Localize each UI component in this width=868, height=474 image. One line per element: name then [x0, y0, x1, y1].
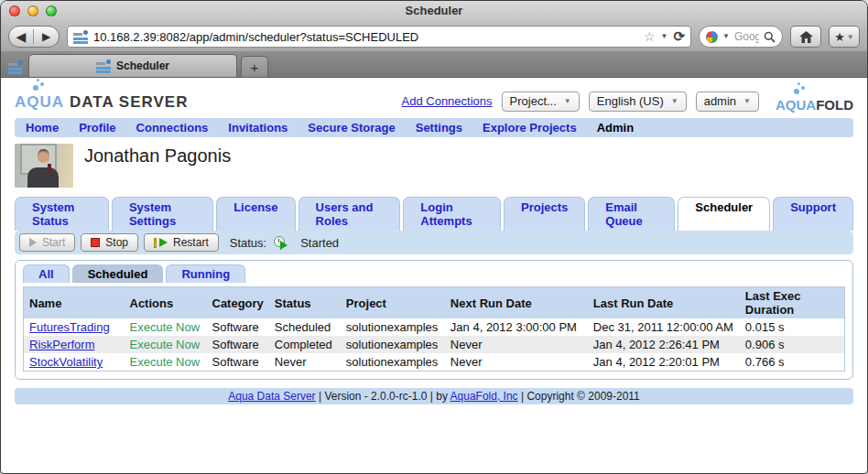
user-row: Jonathan Pagonis — [15, 144, 853, 189]
col-last-exec-duration: Last Exec Duration — [740, 287, 845, 319]
site-footer: Aqua Data Server | Version - 2.0.0-rc-1.… — [15, 388, 853, 404]
job-name-link[interactable]: FuturesTrading — [29, 320, 110, 334]
aquafold-rest-text: FOLD — [816, 97, 853, 113]
view-tab-scheduled[interactable]: Scheduled — [72, 264, 164, 283]
site-favicon-icon — [73, 30, 88, 44]
job-last-run: Dec 31, 2011 12:00:00 AM — [588, 318, 740, 336]
browser-chrome: Scheduler ◀ ▶ ☆ ▼ ⟳ ▼ Goog — [1, 1, 867, 52]
language-select[interactable]: English (US) ▼ — [589, 92, 687, 112]
job-last-run: Jan 4, 2012 2:20:01 PM — [588, 353, 740, 372]
execute-now-link[interactable]: Execute Now — [130, 338, 201, 351]
footer-ads-link[interactable]: Aqua Data Server — [228, 390, 315, 403]
footer-copyright-text: | Copyright © 2009-2011 — [518, 390, 640, 403]
job-category: Software — [207, 336, 269, 353]
job-name-link[interactable]: RiskPerform — [29, 338, 95, 351]
project-select[interactable]: Project... ▼ — [502, 92, 580, 112]
tab-strip-icon[interactable] — [8, 60, 23, 74]
bookmark-star-icon[interactable]: ☆ — [644, 30, 656, 43]
nav-connections[interactable]: Connections — [136, 121, 209, 135]
browser-toolbar: ◀ ▶ ☆ ▼ ⟳ ▼ Goog — [1, 21, 867, 52]
home-button[interactable] — [790, 26, 821, 48]
home-icon — [799, 31, 813, 43]
nav-secure-storage[interactable]: Secure Storage — [308, 121, 395, 135]
stop-button[interactable]: Stop — [81, 233, 138, 252]
job-duration: 0.766 s — [740, 353, 845, 372]
job-status: Never — [269, 353, 341, 372]
main-nav: Home Profile Connections Invitations Sec… — [15, 118, 853, 137]
tab-login-attempts[interactable]: Login Attempts — [403, 197, 501, 231]
stop-icon — [91, 238, 100, 247]
nav-settings[interactable]: Settings — [416, 121, 462, 135]
url-input[interactable] — [93, 30, 638, 44]
search-box[interactable]: ▼ Goog — [699, 26, 783, 48]
tab-email-queue[interactable]: Email Queue — [588, 197, 675, 231]
tab-users-and-roles[interactable]: Users and Roles — [298, 197, 401, 231]
restart-button[interactable]: Restart — [144, 233, 219, 252]
back-button[interactable]: ◀ — [9, 29, 34, 44]
url-bar[interactable]: ☆ ▼ ⟳ — [67, 26, 691, 48]
titlebar[interactable]: Scheduler — [1, 1, 867, 21]
zoom-window-button[interactable] — [46, 5, 57, 16]
account-caret-icon: ▼ — [743, 97, 751, 105]
tab-license[interactable]: License — [216, 197, 295, 231]
tab-scheduler[interactable]: Scheduler — [678, 197, 770, 231]
magnifier-icon[interactable] — [764, 31, 776, 43]
col-name: Name — [24, 287, 125, 319]
job-project: solutionexamples — [341, 353, 445, 372]
col-actions: Actions — [125, 287, 207, 319]
project-select-value: Project... — [510, 94, 557, 108]
job-project: solutionexamples — [341, 336, 445, 353]
nav-home[interactable]: Home — [26, 121, 59, 135]
add-connections-link[interactable]: Add Connections — [402, 94, 493, 108]
search-engine-caret-icon[interactable]: ▼ — [722, 33, 730, 40]
job-status: Completed — [269, 336, 341, 353]
job-next-run: Never — [445, 353, 588, 372]
tab-projects[interactable]: Projects — [504, 197, 585, 231]
minimize-window-button[interactable] — [27, 5, 38, 16]
close-window-button[interactable] — [9, 5, 20, 16]
table-header-row: Name Actions Category Status Project Nex… — [24, 287, 845, 319]
table-row: RiskPerform Execute Now Software Complet… — [24, 336, 845, 353]
nav-explore-projects[interactable]: Explore Projects — [483, 121, 577, 135]
tab-support[interactable]: Support — [773, 197, 853, 231]
table-row: StockVolatility Execute Now Software Nev… — [24, 353, 845, 372]
page-content: AQUADATA SERVER Add Connections Project.… — [2, 79, 866, 472]
footer-version-text: | Version - 2.0.0-rc-1.0 | by — [316, 390, 450, 403]
tab-system-status[interactable]: System Status — [15, 197, 109, 231]
new-tab-button[interactable]: + — [241, 56, 268, 77]
account-select[interactable]: admin ▼ — [696, 92, 759, 112]
reload-icon[interactable]: ⟳ — [673, 28, 685, 45]
nav-admin[interactable]: Admin — [597, 121, 634, 135]
nav-profile[interactable]: Profile — [79, 121, 115, 135]
col-status: Status — [269, 287, 341, 319]
start-button[interactable]: Start — [19, 233, 75, 252]
execute-now-link[interactable]: Execute Now — [130, 320, 201, 334]
tab-system-settings[interactable]: System Settings — [112, 197, 213, 231]
bookmarks-star-icon: ★ — [834, 30, 845, 44]
job-duration: 0.906 s — [740, 336, 845, 353]
view-tab-all[interactable]: All — [23, 264, 70, 283]
job-category: Software — [207, 318, 269, 336]
url-dropdown-icon[interactable]: ▼ — [661, 33, 668, 40]
stop-label: Stop — [105, 236, 128, 249]
view-tab-running[interactable]: Running — [166, 264, 245, 283]
site-header: AQUADATA SERVER Add Connections Project.… — [2, 79, 866, 113]
col-category: Category — [207, 287, 269, 319]
restart-icon — [154, 238, 157, 248]
bookmarks-menu-button[interactable]: ★ ▼ — [829, 26, 860, 48]
view-tabs: All Scheduled Running — [23, 261, 845, 283]
nav-invitations[interactable]: Invitations — [228, 121, 288, 135]
job-name-link[interactable]: StockVolatility — [29, 355, 103, 369]
job-last-run: Jan 4, 2012 2:26:41 PM — [588, 336, 740, 353]
scheduler-panel: All Scheduled Running Name Actions Categ… — [15, 260, 853, 380]
search-input[interactable]: Goog — [734, 30, 759, 43]
footer-aquafold-link[interactable]: AquaFold, Inc — [450, 390, 518, 403]
execute-now-link[interactable]: Execute Now — [130, 355, 201, 369]
tab-strip: Scheduler + — [1, 52, 867, 78]
tab-favicon-icon — [96, 59, 111, 73]
aquafold-aqua-text: AQUA — [776, 97, 816, 113]
logo-rest-text: DATA SERVER — [70, 93, 188, 111]
forward-button[interactable]: ▶ — [34, 30, 59, 43]
browser-tab-scheduler[interactable]: Scheduler — [28, 54, 237, 77]
window-title: Scheduler — [1, 1, 867, 21]
